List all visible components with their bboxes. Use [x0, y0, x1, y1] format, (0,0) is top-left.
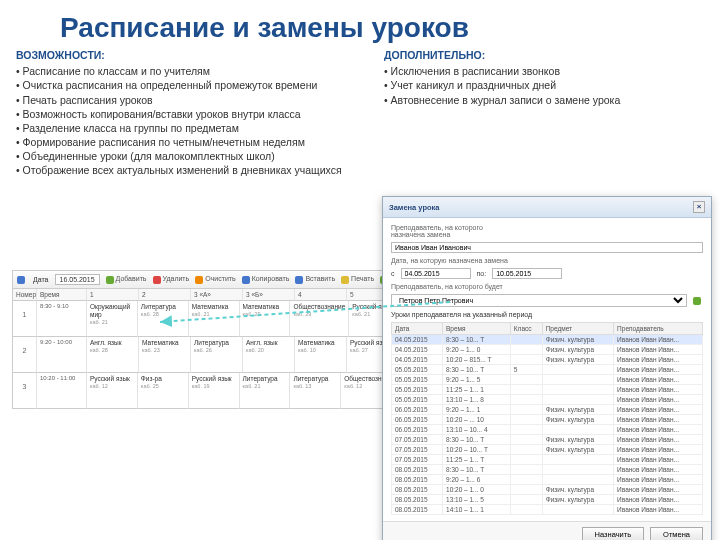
table-row[interactable]: 08.05.20158:30 – 10... ТИванов Иван Иван… [392, 465, 703, 475]
lesson-cell[interactable]: Математикакаб. 10 [295, 337, 347, 373]
paste-icon [295, 276, 303, 284]
lessons-note: Уроки преподавателя на указанный период [391, 311, 703, 318]
table-row[interactable]: 05.05.201511:25 – 1... 1Иванов Иван Иван… [392, 385, 703, 395]
row-time: 9:20 - 10:00 [37, 337, 87, 373]
lesson-cell[interactable]: Литературакаб. 26 [191, 337, 243, 373]
x-icon [153, 276, 161, 284]
dialog-title: Замена урока [389, 203, 440, 212]
to-date-input[interactable] [492, 268, 562, 279]
clear-button[interactable]: Очистить [195, 275, 235, 283]
delete-button[interactable]: Удалить [153, 275, 190, 283]
close-button[interactable]: × [693, 201, 705, 213]
teacher-to-select[interactable]: Петров Петр Петрович [391, 294, 687, 307]
date-label: Дата [33, 276, 49, 283]
date-input[interactable]: 16.05.2015 [55, 274, 100, 285]
print-button[interactable]: Печать [341, 275, 374, 283]
paste-button[interactable]: Вставить [295, 275, 335, 283]
features-column: ВОЗМОЖНОСТИ: Расписание по классам и по … [16, 48, 368, 178]
col-class: 3 «А» [191, 289, 243, 301]
col-num: Номер [13, 289, 37, 301]
lesson-cell[interactable]: Обществознаниекаб. 29 [290, 301, 349, 337]
plus-icon [106, 276, 114, 284]
cancel-button[interactable]: Отмена [650, 527, 703, 540]
lesson-cell[interactable]: Русский языккаб. 19 [189, 373, 240, 409]
lessons-table: Дата Время Класс Предмет Преподаватель 0… [391, 322, 703, 515]
to-label: по: [477, 270, 487, 277]
table-row[interactable]: 08.05.201513:10 – 1... 5Физич. культураИ… [392, 495, 703, 505]
col-class: 4 [295, 289, 347, 301]
table-row[interactable]: 07.05.201510:20 – 10... ТФизич. культура… [392, 445, 703, 455]
extra-item: Учет каникул и праздничных дней [384, 78, 704, 92]
lesson-cell[interactable]: Математикакаб. 21 [189, 301, 240, 337]
th-class: Класс [510, 323, 542, 335]
lesson-cell[interactable]: Литературакаб. 13 [290, 373, 341, 409]
table-row[interactable]: 05.05.20158:30 – 10... Т5Иванов Иван Ива… [392, 365, 703, 375]
table-row[interactable]: 04.05.20159:20 – 1... 0Физич. культураИв… [392, 345, 703, 355]
lesson-cell[interactable]: Русский языккаб. 12 [87, 373, 138, 409]
row-number: 2 [13, 337, 37, 373]
col-class: 3 «Б» [243, 289, 295, 301]
col-class: 2 [139, 289, 191, 301]
th-teacher: Преподаватель [614, 323, 703, 335]
table-row[interactable]: 06.05.20159:20 – 1... 1Физич. культураИв… [392, 405, 703, 415]
col-class: 1 [87, 289, 139, 301]
table-row[interactable]: 07.05.20158:30 – 10... ТФизич. культураИ… [392, 435, 703, 445]
feature-item: Отображение всех актуальных изменений в … [16, 163, 368, 177]
col-time: Время [37, 289, 87, 301]
extra-item: Исключения в расписании звонков [384, 64, 704, 78]
row-time: 10:20 - 11:00 [37, 373, 87, 409]
row-number: 3 [13, 373, 37, 409]
ok-button[interactable]: Назначить [582, 527, 645, 540]
teacher-to-label: Преподаватель, на которого будет [391, 283, 703, 290]
lesson-cell[interactable]: Англ. языккаб. 20 [243, 337, 295, 373]
dialog-titlebar: Замена урока × [383, 197, 711, 218]
feature-item: Объединенные уроки (для малокомплектных … [16, 149, 368, 163]
table-row[interactable]: 07.05.201511:25 – 1... ТИванов Иван Иван… [392, 455, 703, 465]
lesson-cell[interactable]: Англ. языккаб. 28 [87, 337, 139, 373]
lesson-cell[interactable]: Математикакаб. 29 [240, 301, 291, 337]
clear-icon [195, 276, 203, 284]
th-subject: Предмет [542, 323, 613, 335]
feature-item: Разделение класса на группы по предметам [16, 121, 368, 135]
add-button[interactable]: Добавить [106, 275, 147, 283]
extras-column: ДОПОЛНИТЕЛЬНО: Исключения в расписании з… [384, 48, 704, 178]
lesson-cell[interactable]: Окружающий миркаб. 21 [87, 301, 138, 337]
table-row[interactable]: 05.05.20159:20 – 1... 5Иванов Иван Иван.… [392, 375, 703, 385]
extra-item: Автовнесение в журнал записи о замене ур… [384, 93, 704, 107]
table-row[interactable]: 05.05.201513:10 – 1... 8Иванов Иван Иван… [392, 395, 703, 405]
lesson-cell[interactable]: Литературакаб. 28 [138, 301, 189, 337]
table-row[interactable]: 08.05.20159:20 – 1... 6Иванов Иван Иван.… [392, 475, 703, 485]
teacher-from-label: Преподаватель, на которогоназначена заме… [391, 224, 703, 238]
lesson-cell[interactable]: Физ-ракаб. 25 [138, 373, 189, 409]
from-date-input[interactable] [401, 268, 471, 279]
lesson-cell[interactable]: Литературакаб. 21 [240, 373, 291, 409]
add-icon[interactable] [693, 297, 701, 305]
table-row[interactable]: 08.05.201514:10 – 1... 1Иванов Иван Иван… [392, 505, 703, 515]
extras-head: ДОПОЛНИТЕЛЬНО: [384, 48, 704, 62]
copy-button[interactable]: Копировать [242, 275, 290, 283]
feature-item: Возможность копирования/вставки уроков в… [16, 107, 368, 121]
feature-item: Печать расписания уроков [16, 93, 368, 107]
features-head: ВОЗМОЖНОСТИ: [16, 48, 368, 62]
table-row[interactable]: 04.05.20158:30 – 10... ТФизич. культураИ… [392, 335, 703, 345]
replacement-dialog: Замена урока × Преподаватель, на которог… [382, 196, 712, 540]
table-row[interactable]: 04.05.201510:20 – 815... ТФизич. культур… [392, 355, 703, 365]
date-range-label: Дата, на которую назначена замена [391, 257, 703, 264]
copy-icon [242, 276, 250, 284]
table-row[interactable]: 06.05.201513:10 – 10... 4Иванов Иван Ива… [392, 425, 703, 435]
feature-item: Расписание по классам и по учителям [16, 64, 368, 78]
table-row[interactable]: 06.05.201510:20 – ... 10Физич. культураИ… [392, 415, 703, 425]
teacher-from-input[interactable] [391, 242, 703, 253]
table-row[interactable]: 08.05.201510:20 – 1... 0Физич. культураИ… [392, 485, 703, 495]
row-number: 1 [13, 301, 37, 337]
print-icon [341, 276, 349, 284]
th-date: Дата [392, 323, 443, 335]
row-time: 8:30 - 9:10 [37, 301, 87, 337]
feature-item: Очистка расписания на определенный проме… [16, 78, 368, 92]
calendar-icon [17, 276, 25, 284]
lesson-cell[interactable]: Математикакаб. 23 [139, 337, 191, 373]
feature-item: Формирование расписания по четным/нечетн… [16, 135, 368, 149]
th-time: Время [443, 323, 511, 335]
from-label: с [391, 270, 395, 277]
page-title: Расписание и замены уроков [0, 0, 720, 48]
